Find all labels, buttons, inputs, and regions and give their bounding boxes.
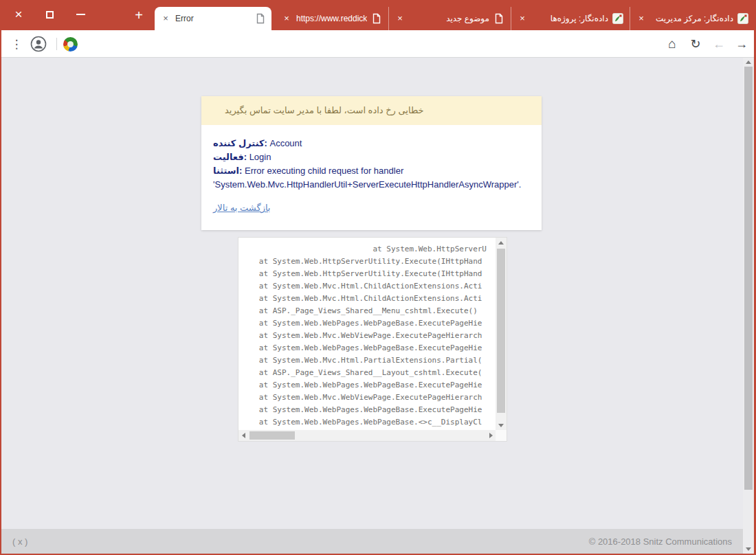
- toolbar-divider: [56, 38, 57, 50]
- scroll-right-icon[interactable]: [489, 433, 493, 438]
- error-panel: خطایی رخ داده است، لطفا با مدیر سایت تما…: [201, 96, 542, 230]
- tab-title: https://www.reddick: [296, 14, 367, 23]
- minimize-icon: [76, 14, 85, 15]
- home-button[interactable]: ⌂: [663, 30, 682, 58]
- scrollbar-corner: [496, 430, 507, 441]
- browser-scrollbar[interactable]: [743, 58, 754, 554]
- tab-dadehnegar-admin[interactable]: × داده‌نگار: مرکز مدیریت: [630, 7, 754, 30]
- window-maximize-button[interactable]: [41, 5, 58, 23]
- error-details: کنترل کننده: Account فعالیت: Login استثن…: [201, 125, 542, 230]
- scroll-down-icon[interactable]: [746, 547, 751, 551]
- scroll-left-icon[interactable]: [242, 433, 245, 438]
- maximize-icon: [46, 11, 54, 19]
- browser-toolbar: ⋮ ☆ 127.0.0.1/SnitzMvc/Account/Login ⌂ ↻…: [1, 30, 754, 58]
- detail-label: استثنا:: [213, 166, 242, 176]
- tab-dadehnegar-projects[interactable]: × داده‌نگار: پروژه‌ها: [511, 7, 629, 30]
- back-to-forum-link[interactable]: بازگشت به تالار: [213, 201, 271, 215]
- tab-reddick[interactable]: × https://www.reddick: [276, 7, 388, 30]
- detail-exception: استثنا: Error executing child request fo…: [213, 164, 530, 192]
- document-icon: [493, 13, 504, 24]
- stack-trace-box[interactable]: at System.Web.HttpServerU at System.Web.…: [238, 237, 507, 442]
- detail-value: Login: [247, 152, 271, 162]
- page-footer: ( x ) © 2016-2018 Snitz Communications: [1, 529, 743, 554]
- tab-error[interactable]: × Error: [155, 7, 271, 30]
- close-icon[interactable]: ×: [281, 13, 292, 24]
- profile-avatar-icon[interactable]: [30, 30, 47, 58]
- close-icon[interactable]: ×: [517, 13, 528, 24]
- window-close-button[interactable]: ×: [10, 5, 27, 23]
- site-favicon: [737, 13, 748, 24]
- close-icon[interactable]: ×: [636, 13, 647, 24]
- idm-globe-icon: [63, 37, 78, 52]
- document-icon: [255, 13, 266, 24]
- window-minimize-button[interactable]: [71, 5, 89, 23]
- tab-title: داده‌نگار: پروژه‌ها: [532, 14, 608, 23]
- close-icon[interactable]: ×: [160, 13, 171, 24]
- tab-title: داده‌نگار: مرکز مدیریت: [651, 14, 733, 23]
- detail-label: فعالیت:: [213, 152, 247, 162]
- copyright-text: © 2016-2018 Snitz Communications: [589, 536, 732, 547]
- horizontal-scroll-thumb[interactable]: [249, 431, 295, 440]
- close-icon[interactable]: ×: [394, 13, 405, 24]
- browser-scroll-thumb[interactable]: [744, 67, 753, 490]
- tab-title: Error: [175, 14, 251, 23]
- page-content: خطایی رخ داده است، لطفا با مدیر سایت تما…: [1, 58, 743, 554]
- tab-new-topic[interactable]: × موضوع جدید: [388, 7, 510, 30]
- document-icon: [371, 13, 382, 24]
- menu-dots-icon[interactable]: ⋮: [8, 30, 25, 58]
- footer-left-text: ( x ): [12, 536, 27, 547]
- back-button[interactable]: →: [731, 30, 752, 58]
- reload-button[interactable]: ↻: [686, 30, 705, 58]
- detail-value: Error executing child request for handle…: [213, 166, 521, 190]
- site-favicon: [612, 13, 623, 24]
- browser-window: × + × Error × https://www.reddick × موضو…: [0, 0, 756, 555]
- scroll-down-icon[interactable]: [498, 424, 504, 427]
- scroll-up-icon[interactable]: [746, 60, 751, 64]
- stack-horizontal-scrollbar[interactable]: [238, 430, 496, 441]
- detail-value: Account: [267, 138, 302, 148]
- titlebar: × + × Error × https://www.reddick × موضو…: [1, 0, 754, 30]
- forward-button[interactable]: ←: [709, 30, 729, 58]
- stack-vertical-scrollbar[interactable]: [496, 238, 507, 431]
- detail-label: کنترل کننده:: [213, 138, 267, 148]
- vertical-scroll-thumb[interactable]: [497, 249, 505, 413]
- scroll-up-icon[interactable]: [498, 241, 504, 245]
- error-alert-header: خطایی رخ داده است، لطفا با مدیر سایت تما…: [201, 96, 542, 125]
- idm-extension-icon[interactable]: [61, 30, 79, 58]
- new-tab-button[interactable]: +: [129, 5, 148, 25]
- detail-controller: کنترل کننده: Account: [213, 137, 530, 150]
- detail-action: فعالیت: Login: [213, 150, 530, 164]
- tab-title: موضوع جدید: [410, 14, 489, 23]
- stack-trace-text: at System.Web.HttpServerU at System.Web.…: [238, 238, 495, 429]
